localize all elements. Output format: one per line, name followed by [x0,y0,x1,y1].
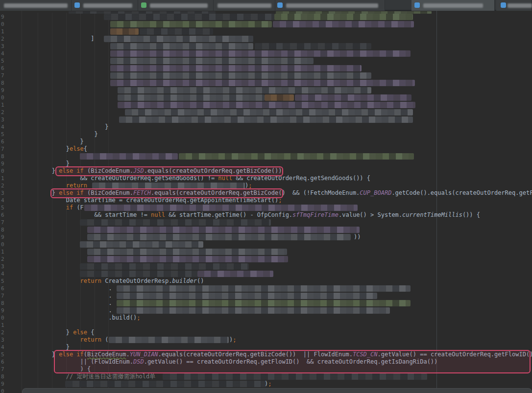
code-line[interactable]: && createOutOrderReq.getSendGoods() != n… [24,175,532,182]
editor-tab-bar: [ [0,0,532,11]
line-number[interactable]: 6 [1,211,18,219]
line-number[interactable]: 4 [1,270,18,277]
code-token: || (FlowIdEnum. [24,358,133,365]
redacted-code [87,227,360,233]
code-token: .getValue() == createOutOrderReq.getFlow… [378,351,532,358]
popup-panel-edge[interactable] [22,388,532,393]
line-number[interactable]: 4 [1,50,18,57]
line-number[interactable]: 6 [1,285,18,292]
code-line[interactable]: .build(); [24,314,532,322]
line-number[interactable]: 3 [1,263,18,270]
line-number[interactable]: 5 [1,277,18,285]
code-token: .getValue() == createOutOrderReq.getFlow… [144,358,438,365]
code-line[interactable] [24,322,532,329]
line-number[interactable]: 2 [1,182,18,189]
line-number[interactable]: 3 [1,336,18,344]
line-number[interactable]: 6 [1,65,18,72]
editor-tab-4[interactable] [214,0,275,11]
redacted-code [87,249,287,255]
line-number[interactable]: 8 [1,226,18,233]
code-line[interactable]: } else if (BizCodeEnum.FETCH.equals(crea… [24,189,532,197]
editor-tab-1[interactable] [0,0,72,11]
line-number[interactable]: 6 [1,138,18,145]
code-token: . [24,300,112,306]
line-number[interactable]: 1 [1,175,18,182]
line-number[interactable]: 4 [1,197,18,204]
line-number[interactable]: 0 [1,241,18,248]
code-line[interactable]: } [24,123,532,131]
line-number[interactable]: 2 [1,255,18,263]
code-line[interactable]: Date startTime = createOutOrderReq.getAp… [24,197,532,204]
redacted-code [118,94,265,101]
code-line[interactable]: } else if(BizCodeEnum.YUN_DIAN.equals(cr… [24,351,532,358]
line-number[interactable]: 5 [1,351,18,358]
line-number[interactable]: 3 [1,189,18,197]
line-number[interactable]: 4 [1,344,18,351]
redacted-code [273,21,414,27]
line-number[interactable]: 8 [1,153,18,160]
code-line[interactable]: }else{ [24,145,532,153]
editor-tab-3[interactable] [138,0,214,11]
line-number[interactable]: 5 [1,204,18,211]
line-number[interactable]: 9 [1,380,18,388]
line-number[interactable]: 5 [1,57,18,65]
editor-tab-2[interactable] [72,0,138,11]
redacted-code [104,36,253,42]
code-line[interactable]: } [24,344,532,351]
line-number[interactable]: 5 [1,131,18,138]
line-number[interactable]: 4 [1,123,18,131]
line-number[interactable]: 7 [1,145,18,153]
code-line[interactable]: && startTime != null && startTime.getTim… [24,211,532,219]
editor-tab-6-active[interactable] [411,0,495,11]
editor-tab-7[interactable] [496,0,532,11]
line-number[interactable]: 3 [1,116,18,123]
line-number[interactable]: 1 [1,322,18,329]
line-number[interactable]: 1 [1,28,18,35]
line-number[interactable]: 0 [1,314,18,322]
code-token: return [80,336,105,343]
code-line[interactable]: } [24,160,532,167]
code-line[interactable] [24,28,532,35]
line-number[interactable]: 0 [1,94,18,101]
code-line[interactable]: } [24,138,532,145]
line-number[interactable]: 7 [1,292,18,300]
line-number[interactable]: 2 [1,35,18,43]
line-number[interactable]: 0 [1,388,18,393]
code-line[interactable]: return CreateOutOrderResp.builder() [24,277,532,285]
line-number[interactable]: 8 [1,300,18,307]
redacted-code [80,219,271,226]
line-number[interactable]: 6 [1,358,18,366]
line-number[interactable]: 2 [1,109,18,116]
code-token: currentTimeMillis [402,211,462,218]
line-number[interactable]: 2 [1,329,18,336]
line-number[interactable]: 9 [1,307,18,314]
line-number[interactable]: 1 [1,248,18,255]
line-number[interactable]: 0 [1,167,18,175]
code-line[interactable]: } [24,131,532,138]
code-token: .equals(createOutOrderReq.getBizCode() &… [151,189,360,196]
line-number[interactable]: 8 [1,79,18,87]
line-number[interactable]: 0 [1,21,18,28]
line-number[interactable]: 9 [1,87,18,94]
code-line[interactable]: } else if (BizCodeEnum.JSD.equals(create… [24,167,532,175]
editor-tab-5[interactable] [275,0,385,11]
code-editor[interactable]: 9012 ]345678901234 }5 }6 }7 }else{89 }0 … [0,11,532,393]
code-line[interactable]: } else { [24,329,532,336]
line-number[interactable]: 8 [1,373,18,380]
line-number[interactable]: 9 [1,13,18,21]
line-number[interactable]: 7 [1,366,18,373]
line-number[interactable]: 1 [1,101,18,109]
code-line[interactable]: return ( [24,336,532,344]
code-line[interactable]: || (FlowIdEnum.DSD.getValue() == createO… [24,358,532,366]
redacted-tab-label [218,3,271,8]
line-number[interactable]: 7 [1,72,18,79]
line-number[interactable]: 9 [1,160,18,167]
code-line[interactable]: ] [24,35,532,43]
line-number[interactable]: 3 [1,43,18,50]
code-token: } [24,329,73,336]
line-number[interactable]: 9 [1,233,18,241]
line-number[interactable]: 7 [1,219,18,226]
code-line-tail: )) [354,233,361,241]
redacted-tab-label [150,3,208,8]
code-line[interactable]: ) { [24,366,532,373]
